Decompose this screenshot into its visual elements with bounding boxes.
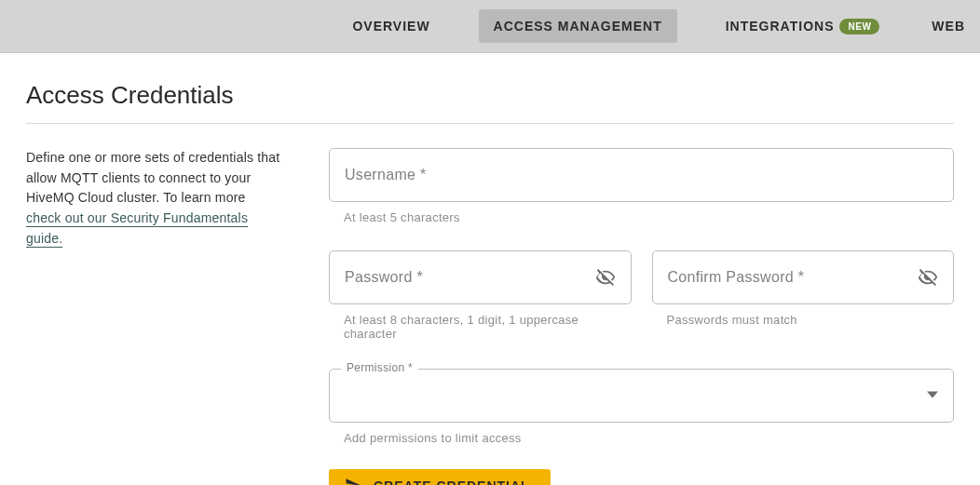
nav-overview-label: OVERVIEW: [352, 19, 429, 34]
nav-overview[interactable]: OVERVIEW: [337, 9, 444, 43]
confirm-password-input[interactable]: [804, 268, 918, 287]
password-label: Password *: [345, 269, 423, 286]
page-title: Access Credentials: [26, 81, 954, 110]
username-label: Username *: [345, 167, 426, 183]
create-credential-button[interactable]: CREATE CREDENTIAL: [329, 469, 551, 485]
permission-legend: Permission *: [341, 361, 418, 374]
password-input[interactable]: [423, 268, 595, 287]
main-content: Access Credentials Define one or more se…: [0, 53, 980, 485]
visibility-off-icon[interactable]: [595, 267, 616, 288]
permission-select[interactable]: Permission *: [329, 369, 954, 423]
credential-form: Username * At least 5 characters Passwor…: [329, 148, 954, 485]
new-badge: NEW: [839, 19, 879, 34]
visibility-off-icon[interactable]: [918, 267, 938, 288]
permission-helper: Add permissions to limit access: [344, 431, 954, 445]
intro-text: Define one or more sets of credentials t…: [26, 150, 279, 205]
username-field[interactable]: Username *: [329, 148, 954, 202]
top-nav: OVERVIEW ACCESS MANAGEMENT INTEGRATIONS …: [0, 0, 980, 53]
username-input[interactable]: [426, 166, 938, 184]
chevron-down-icon: [927, 387, 938, 404]
nav-integrations-label: INTEGRATIONS: [726, 19, 835, 34]
divider: [26, 123, 954, 124]
nav-integrations[interactable]: INTEGRATIONS NEW: [711, 9, 895, 44]
confirm-password-helper: Passwords must match: [667, 313, 955, 327]
send-icon: [344, 476, 362, 486]
password-field[interactable]: Password *: [329, 250, 632, 304]
confirm-password-field[interactable]: Confirm Password *: [652, 250, 955, 304]
confirm-password-label: Confirm Password *: [668, 269, 805, 286]
nav-access-management-label: ACCESS MANAGEMENT: [494, 19, 662, 34]
username-helper: At least 5 characters: [344, 210, 954, 224]
security-fundamentals-link[interactable]: check out our Security Fundamentals guid…: [26, 210, 248, 248]
nav-web-partial-label: WEB: [932, 19, 965, 34]
create-credential-label: CREATE CREDENTIAL: [374, 478, 530, 485]
nav-access-management[interactable]: ACCESS MANAGEMENT: [479, 9, 677, 43]
password-helper: At least 8 characters, 1 digit, 1 upperc…: [344, 313, 632, 341]
intro-text-block: Define one or more sets of credentials t…: [26, 148, 282, 485]
nav-web-partial[interactable]: WEB: [928, 9, 980, 43]
